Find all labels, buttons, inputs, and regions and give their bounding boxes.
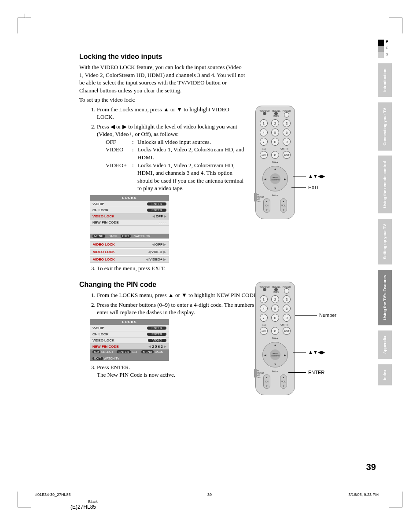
lang-f: F	[384, 46, 388, 52]
lang-e: E	[384, 40, 388, 46]
locks-menu-1: LOCKS V-CHIPENTER CH LOCKENTER VIDEO LOC…	[90, 195, 169, 239]
callout-enter: ENTER	[308, 370, 324, 375]
side-tabs: E F S Introduction Connecting your TV Us…	[378, 40, 392, 390]
tab-setting-up: Setting up your TV	[378, 219, 392, 264]
callout-line	[293, 176, 306, 176]
crop-mark	[389, 492, 402, 507]
tab-introduction: Introduction	[378, 63, 392, 97]
callout-arrows: ▲▼◀▶	[308, 173, 325, 179]
heading-pin: Changing the PIN code	[79, 281, 361, 289]
intro-para: With the VIDEO LOCK feature, you can loc…	[79, 63, 247, 94]
language-block: E F S	[378, 40, 392, 58]
crop-mark	[389, 18, 402, 33]
callout-number: Number	[319, 312, 336, 318]
step-2: Press ◀ or ▶ to highlight the level of v…	[97, 123, 247, 192]
crop-mark	[18, 18, 31, 33]
lang-s: S	[384, 52, 388, 58]
callout-line	[293, 352, 306, 352]
remote-illustration-1: TV/VIDEO RECALLINFO POWER 123 456 789 +1…	[255, 106, 295, 219]
crop-mark	[18, 492, 31, 507]
tab-index: Index	[378, 364, 392, 385]
callout-line	[288, 372, 306, 373]
pin-step-1: From the LOCKS menu, press ▲ or ▼ to hig…	[97, 291, 264, 299]
callout-line	[291, 187, 306, 188]
page-number: 39	[366, 462, 376, 472]
setup-para: To set up the video lock:	[79, 96, 247, 104]
callout-line	[295, 315, 317, 316]
callout-arrows-2: ▲▼◀▶	[308, 349, 325, 355]
footer-model: (E)27HL85	[70, 504, 96, 510]
page-content: Locking the video inputs With the VIDEO …	[79, 53, 361, 382]
footer-info: #01E34-39_27HL85 39 3/16/05, 9:23 PM	[35, 492, 379, 497]
pin-step-3: Press ENTER. The New PIN Code is now act…	[97, 363, 264, 379]
locks-menu-2: LOCKS V-CHIPENTER CH LOCKENTER VIDEO LOC…	[90, 319, 169, 361]
tab-remote: Using the remote control	[378, 156, 392, 213]
tab-features: Using the TV's Features	[378, 270, 392, 325]
video-lock-options: VIDEO LOCK◀ OFF ▶	[90, 241, 169, 248]
footer-black: Black	[88, 499, 98, 504]
pin-step-2: Press the Number buttons (0–9) to enter …	[97, 301, 264, 316]
callout-exit: EXIT	[308, 185, 319, 190]
heading-locking: Locking the video inputs	[79, 53, 361, 61]
tab-connecting: Connecting your TV	[378, 103, 392, 151]
remote-illustration-2: TV/VIDEO RECALLINFO POWER 123 456 789 +1…	[255, 282, 295, 395]
menu-title: LOCKS	[90, 195, 169, 201]
tab-appendix: Appendix	[378, 330, 392, 359]
step-3: To exit the menu, press EXIT.	[97, 264, 264, 272]
step-1: From the Locks menu, press ▲ or ▼ to hig…	[97, 106, 247, 121]
